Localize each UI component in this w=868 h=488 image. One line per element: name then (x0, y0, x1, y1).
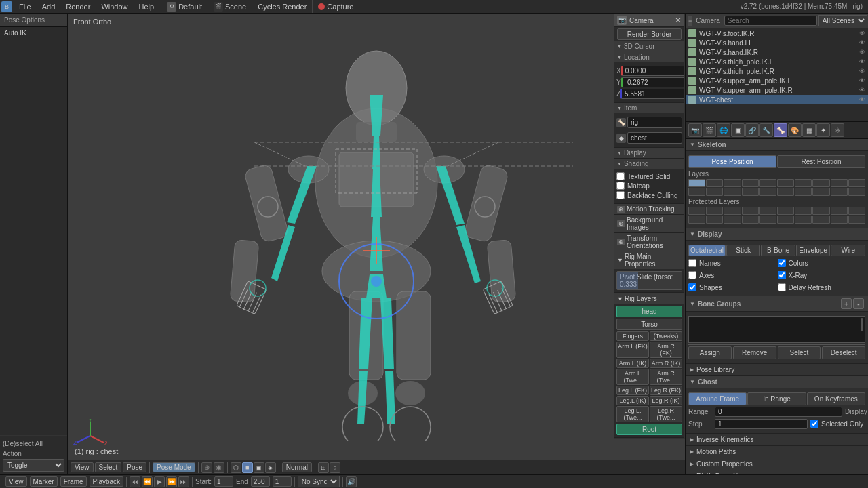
layer-2[interactable] (724, 179, 741, 187)
in-range-tab[interactable]: In Range (747, 392, 806, 405)
bone-groups-header[interactable]: ▼ Bone Groups + - (686, 296, 868, 312)
rig-layers-row[interactable]: ▼ Rig Layers (614, 293, 684, 304)
3d-cursor-header[interactable]: ▼3D Cursor (614, 41, 684, 52)
layer-17[interactable] (812, 188, 829, 196)
wire-btn[interactable]: Wire (831, 245, 865, 256)
prop-data-icon[interactable]: 🦴 (774, 123, 787, 137)
layer-10[interactable] (688, 188, 705, 196)
player-14[interactable] (760, 216, 776, 224)
shapes-checkbox[interactable] (688, 283, 696, 291)
tweaks-btn[interactable]: (Tweaks) (650, 331, 682, 341)
prop-modifier-icon[interactable]: 🔧 (760, 123, 773, 137)
outliner-item-6[interactable]: WGT-Vis.upper_arm_pole.IK.R 👁 (686, 85, 868, 95)
arm-l-ik-btn[interactable]: Arm.L (IK) (616, 359, 649, 368)
layer-7[interactable] (812, 179, 829, 187)
rest-position-btn[interactable]: Rest Position (777, 155, 865, 168)
axes-checkbox[interactable] (688, 271, 696, 279)
arm-r-ik-btn[interactable]: Arm.R (IK) (650, 359, 682, 368)
delay-checkbox[interactable] (778, 283, 786, 291)
shading-render-btn[interactable]: ◈ (265, 462, 276, 473)
player-7[interactable] (812, 207, 829, 215)
layer-19[interactable] (848, 188, 865, 196)
auto-ik[interactable]: Auto IK (0, 27, 67, 39)
background-images-row[interactable]: ⊕ Background Images (614, 214, 684, 232)
select-btn[interactable]: Select (778, 346, 821, 359)
pivot-slide-btn[interactable]: Pivot Slide (torso: 0.333 (616, 271, 682, 290)
head-btn[interactable]: head (616, 306, 682, 317)
bone-group-remove-icon[interactable]: - (853, 298, 864, 309)
render-engine[interactable]: Cycles Render (258, 3, 307, 11)
jump-end-btn[interactable]: ⏭ (178, 476, 189, 487)
eye-icon-4[interactable]: 👁 (859, 68, 865, 75)
prop-scene-icon[interactable]: 🎬 (703, 123, 716, 137)
outliner-item-1[interactable]: WGT-Vis.hand.LL 👁 (686, 38, 868, 47)
prop-physics-icon[interactable]: ⚛ (831, 123, 844, 137)
leg-l-tw-btn[interactable]: Leg L. (Twe... (616, 406, 649, 422)
player-18[interactable] (831, 216, 848, 224)
leg-l-ik-btn[interactable]: Leg.L (IK) (616, 396, 649, 405)
leg-r-tw-btn[interactable]: Leg.R (Twe... (650, 406, 682, 422)
outliner-item-7[interactable]: WGT-chest 👁 (686, 95, 868, 104)
shading-solid-btn[interactable]: ■ (242, 462, 253, 473)
action-select[interactable]: Toggle Select Deselect (3, 459, 64, 472)
player-5[interactable] (777, 207, 794, 215)
layer-1[interactable] (706, 179, 723, 187)
prop-constraint-icon[interactable]: 🔗 (745, 123, 759, 137)
render-border-btn[interactable]: Render Border (617, 28, 682, 40)
outliner-search[interactable] (724, 16, 817, 26)
leg-l-fk-btn[interactable]: Leg.L (FK) (616, 386, 649, 395)
menu-file[interactable]: File (14, 0, 37, 13)
timeline-view-btn[interactable]: View (5, 476, 27, 487)
eye-icon-1[interactable]: 👁 (859, 39, 865, 46)
timeline-marker-btn[interactable]: Marker (30, 476, 58, 487)
player-4[interactable] (760, 207, 776, 215)
player-1[interactable] (706, 207, 723, 215)
custom-props-header[interactable]: Custom Properties (686, 458, 868, 470)
transform-orient-row[interactable]: ⊕ Transform Orientations (614, 232, 684, 251)
arm-r-tw-btn[interactable]: Arm.R (Twe... (650, 369, 682, 385)
layer-12[interactable] (724, 188, 741, 196)
outliner-item-2[interactable]: WGT-Vis.hand.IK.R 👁 (686, 47, 868, 57)
player-13[interactable] (742, 216, 759, 224)
step-input[interactable] (715, 419, 808, 429)
menu-window[interactable]: Window (96, 0, 133, 13)
layer-16[interactable] (795, 188, 812, 196)
next-frame-btn[interactable]: ⏩ (166, 476, 177, 487)
prop-render-icon[interactable]: 📷 (688, 123, 702, 137)
around-frame-tab[interactable]: Around Frame (688, 392, 747, 405)
prop-material-icon[interactable]: 🎨 (788, 123, 802, 137)
player-2[interactable] (724, 207, 741, 215)
arm-l-tw-btn[interactable]: Arm.L (Twe... (616, 369, 649, 385)
eye-icon-3[interactable]: 👁 (859, 58, 865, 65)
arm-r-fk-btn[interactable]: Arm.R (FK) (650, 342, 682, 358)
deselect-all-label[interactable]: (De)select All (3, 439, 64, 449)
outliner-item-4[interactable]: WGT-Vis.thigh_pole.IK.R 👁 (686, 66, 868, 76)
current-frame-input[interactable] (273, 476, 292, 487)
shading-header[interactable]: ▼ Shading (614, 158, 684, 169)
display-header[interactable]: ▼ Display (686, 228, 868, 241)
layer-13[interactable] (742, 188, 759, 196)
player-9[interactable] (848, 207, 865, 215)
deselect-btn[interactable]: Deselect (822, 346, 865, 359)
layer-6[interactable] (795, 179, 812, 187)
motion-paths-header[interactable]: Motion Paths (686, 446, 868, 458)
stick-btn[interactable]: Stick (726, 245, 761, 256)
motion-tracking-row[interactable]: ⊕ Motion Tracking (614, 203, 684, 214)
player-12[interactable] (724, 216, 741, 224)
player-16[interactable] (795, 216, 812, 224)
torso-btn[interactable]: Torso (616, 319, 682, 330)
vp-view-btn[interactable]: View (71, 462, 94, 472)
location-header[interactable]: ▼ Location (614, 52, 684, 62)
ik-header[interactable]: Inverse Kinematics (686, 434, 868, 446)
disp-header[interactable]: ▼Display (614, 148, 684, 158)
side-panel-close[interactable]: ✕ (675, 16, 682, 25)
timeline-frame-btn[interactable]: Frame (60, 476, 87, 487)
eye-icon-7[interactable]: 👁 (859, 96, 865, 103)
names-checkbox[interactable] (688, 259, 696, 267)
normal-btn[interactable]: Normal (282, 462, 312, 472)
prop-object-icon[interactable]: ▣ (731, 123, 745, 137)
prop-world-icon[interactable]: 🌐 (717, 123, 730, 137)
pose-position-btn[interactable]: Pose Position (688, 155, 776, 168)
remove-btn[interactable]: Remove (733, 346, 776, 359)
eye-icon-6[interactable]: 👁 (859, 87, 865, 94)
